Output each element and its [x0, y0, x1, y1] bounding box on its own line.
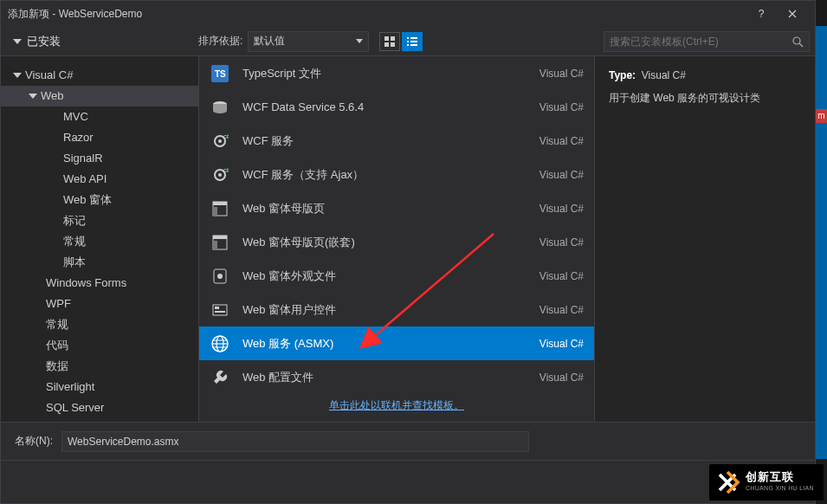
- tree-mvc[interactable]: MVC: [1, 107, 198, 127]
- svg-rect-6: [407, 41, 409, 42]
- tree-code[interactable]: 代码: [1, 335, 198, 356]
- name-label: 名称(N):: [15, 434, 53, 449]
- tree-sqlserver[interactable]: SQL Server: [1, 397, 198, 418]
- svg-rect-4: [407, 37, 409, 39]
- template-list: TSTypeScript 文件Visual C#WCF Data Service…: [199, 56, 594, 388]
- tree-scripts[interactable]: 脚本: [1, 252, 198, 273]
- template-name: Web 窗体母版页: [242, 201, 539, 216]
- dialog-window: 添加新项 - WebServiceDemo ? 已安装 排序依据: 默认值: [0, 0, 816, 504]
- template-item[interactable]: Web 窗体母版页(嵌套)Visual C#: [199, 225, 594, 259]
- window-title: 添加新项 - WebServiceDemo: [8, 7, 142, 22]
- template-item[interactable]: c#WCF 服务（支持 Ajax）Visual C#: [199, 158, 594, 191]
- tree-silverlight[interactable]: Silverlight: [1, 377, 198, 397]
- template-icon: [210, 97, 230, 118]
- template-list-panel: TSTypeScript 文件Visual C#WCF Data Service…: [198, 56, 595, 422]
- svg-line-11: [799, 43, 803, 47]
- svg-text:TS: TS: [215, 69, 226, 79]
- name-bar: 名称(N):: [1, 422, 815, 460]
- tree-visual-csharp[interactable]: Visual C#: [1, 65, 198, 86]
- tree-general-web[interactable]: 常规: [1, 231, 198, 252]
- template-item[interactable]: Web 窗体母版页Visual C#: [199, 191, 594, 225]
- chevron-down-icon: [356, 39, 363, 43]
- watermark-logo: 创新互联 CHUANG XIN HU LIAN: [709, 464, 824, 501]
- tree-signalr[interactable]: SignalR: [1, 148, 198, 169]
- details-panel: Type: Visual C# 用于创建 Web 服务的可视设计类: [595, 56, 815, 422]
- close-button[interactable]: [777, 1, 808, 27]
- tree-webforms[interactable]: Web 窗体: [1, 190, 198, 210]
- tree-markup[interactable]: 标记: [1, 210, 198, 231]
- search-icon: [791, 36, 804, 48]
- template-name: Web 窗体用户控件: [242, 302, 539, 318]
- template-item[interactable]: TSTypeScript 文件Visual C#: [199, 56, 594, 90]
- template-name: TypeScript 文件: [242, 66, 539, 81]
- template-description: 用于创建 Web 服务的可视设计类: [609, 89, 801, 107]
- svg-rect-22: [213, 202, 227, 205]
- template-lang: Visual C#: [539, 68, 584, 80]
- svg-point-28: [217, 274, 223, 279]
- template-item[interactable]: Web 窗体用户控件Visual C#: [199, 293, 594, 326]
- template-item[interactable]: c#WCF 服务Visual C#: [199, 124, 594, 158]
- svg-rect-9: [410, 44, 417, 46]
- sort-label: 排序依据:: [198, 34, 242, 48]
- template-name: Web 窗体母版页(嵌套): [242, 235, 539, 250]
- template-icon: [210, 198, 230, 219]
- svg-rect-0: [384, 36, 389, 41]
- sort-select[interactable]: 默认值: [248, 31, 369, 52]
- template-lang: Visual C#: [539, 203, 584, 215]
- svg-rect-2: [384, 42, 389, 47]
- footer: 添: [1, 460, 815, 503]
- template-lang: Visual C#: [539, 304, 584, 316]
- toolbar: 已安装 排序依据: 默认值: [1, 27, 815, 56]
- template-item[interactable]: Web 服务 (ASMX)Visual C#: [199, 326, 594, 360]
- search-input[interactable]: [610, 36, 791, 48]
- svg-point-19: [218, 173, 222, 177]
- view-medium-icons[interactable]: [379, 32, 400, 51]
- template-item[interactable]: Web 配置文件Visual C#: [199, 360, 594, 388]
- type-label: Type:: [609, 69, 636, 81]
- name-input[interactable]: [61, 431, 529, 452]
- search-online-link[interactable]: 单击此处以联机并查找模板。: [329, 399, 464, 411]
- tree-data[interactable]: 数据: [1, 356, 198, 377]
- svg-rect-23: [213, 207, 217, 216]
- template-icon: [210, 266, 230, 287]
- template-name: Web 窗体外观文件: [242, 268, 539, 284]
- installed-tab[interactable]: 已安装: [1, 34, 198, 49]
- tree-web[interactable]: Web: [1, 86, 198, 107]
- template-icon: c#: [210, 131, 230, 152]
- svg-rect-1: [391, 36, 395, 41]
- tree-general[interactable]: 常规: [1, 314, 198, 335]
- template-lang: Visual C#: [539, 169, 584, 181]
- template-item[interactable]: WCF Data Service 5.6.4Visual C#: [199, 90, 594, 124]
- template-lang: Visual C#: [539, 372, 584, 384]
- help-button[interactable]: ?: [746, 1, 777, 27]
- tree-wpf[interactable]: WPF: [1, 294, 198, 314]
- tree-razor[interactable]: Razor: [1, 127, 198, 148]
- template-lang: Visual C#: [539, 135, 584, 147]
- template-lang: Visual C#: [539, 270, 584, 282]
- template-name: Web 配置文件: [242, 370, 539, 385]
- template-name: WCF 服务（支持 Ajax）: [242, 167, 539, 183]
- logo-icon: [714, 469, 740, 495]
- template-lang: Visual C#: [539, 236, 584, 249]
- template-lang: Visual C#: [539, 338, 584, 350]
- search-box[interactable]: [604, 31, 810, 52]
- titlebar: 添加新项 - WebServiceDemo ?: [1, 1, 815, 27]
- svg-text:c#: c#: [223, 167, 229, 173]
- tree-winforms[interactable]: Windows Forms: [1, 273, 198, 294]
- template-icon: [210, 367, 230, 388]
- background-editor-strip: m: [816, 26, 827, 459]
- template-lang: Visual C#: [539, 101, 584, 113]
- tree-webapi[interactable]: Web API: [1, 169, 198, 190]
- svg-rect-7: [410, 41, 417, 42]
- template-icon: TS: [210, 63, 230, 84]
- svg-text:c#: c#: [223, 133, 229, 139]
- view-small-icons[interactable]: [402, 32, 423, 51]
- template-item[interactable]: Web 窗体外观文件Visual C#: [199, 259, 594, 293]
- installed-label: 已安装: [27, 34, 61, 49]
- svg-rect-31: [215, 311, 225, 313]
- svg-rect-26: [213, 241, 217, 249]
- search-online-row: 单击此处以联机并查找模板。: [199, 388, 594, 422]
- sort-value: 默认值: [254, 34, 285, 48]
- type-value: Visual C#: [642, 69, 686, 81]
- svg-point-10: [793, 37, 800, 44]
